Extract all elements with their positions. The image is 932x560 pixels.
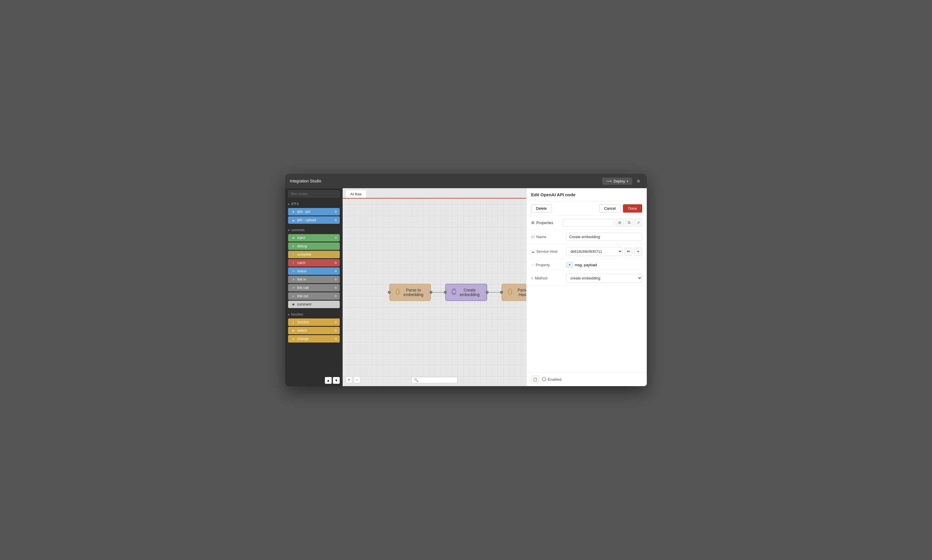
props-export-icon[interactable]: ↗ bbox=[634, 218, 642, 227]
panel-actions: Delete Cancel Done bbox=[526, 202, 647, 216]
add-service-host-button[interactable]: + bbox=[634, 248, 642, 255]
properties-icons: ⚙ ⧉ ↗ bbox=[616, 218, 642, 227]
node-inject[interactable]: ⇄ inject bbox=[288, 234, 340, 242]
chevron-icon: ▾ bbox=[288, 229, 289, 232]
node-change[interactable]: ✕ change bbox=[288, 335, 340, 343]
canvas-search-input[interactable] bbox=[412, 377, 457, 383]
func-node-icon: ƒ bbox=[396, 288, 400, 295]
sidebar-section-header-common[interactable]: ▾ common bbox=[285, 227, 343, 233]
titlebar-actions: ⟶ Deploy ▾ ≡ bbox=[602, 177, 642, 185]
panel-body: ⚙ Properties ⚙ ⧉ ↗ 🏷 bbox=[526, 216, 647, 372]
debug-icon: ≡ bbox=[291, 244, 295, 248]
port-right bbox=[335, 329, 337, 332]
canvas-node-parse-to-hasura[interactable]: ƒ Parse to Hasura bbox=[500, 284, 526, 301]
properties-search-input[interactable] bbox=[563, 219, 614, 227]
port-right bbox=[335, 286, 337, 289]
node-ipfs-upload[interactable]: ☁ ipfs - upload bbox=[288, 216, 340, 224]
port-right bbox=[335, 262, 337, 264]
port-right bbox=[335, 338, 337, 340]
sidebar-section-header-ipfs[interactable]: ▾ IPFS bbox=[285, 201, 343, 207]
property-tag: ▾ bbox=[566, 262, 573, 268]
node-status[interactable]: 〜 status bbox=[288, 268, 340, 275]
menu-icon[interactable]: ≡ bbox=[634, 177, 642, 185]
footer-info-button[interactable]: 📋 bbox=[531, 375, 539, 383]
done-button[interactable]: Done bbox=[623, 204, 642, 212]
properties-search: ⚙ ⧉ ↗ bbox=[563, 218, 642, 227]
node-ipfs-pin[interactable]: ⬆ ipfs - pin bbox=[288, 208, 340, 215]
method-select[interactable]: create embeddingcreate completioncreate … bbox=[566, 274, 642, 283]
complete-icon: ! bbox=[291, 252, 295, 257]
connector-right bbox=[486, 291, 488, 294]
tab-bar: AI flow bbox=[343, 188, 526, 198]
chevron-icon: ▾ bbox=[288, 203, 289, 206]
node-debug[interactable]: ≡ debug bbox=[288, 242, 340, 250]
field-row-method: ≡ Method create embeddingcreate completi… bbox=[526, 271, 647, 286]
port-right bbox=[335, 211, 337, 213]
node-complete[interactable]: ! complete bbox=[288, 251, 340, 258]
deploy-arrow-icon: ▾ bbox=[627, 180, 628, 183]
link-in-icon: ↗ bbox=[291, 277, 295, 282]
enabled-toggle[interactable]: Enabled bbox=[542, 377, 561, 382]
port-right bbox=[335, 278, 337, 281]
flow-nodes: ƒ Parse to embedding ⚙ C bbox=[388, 284, 526, 301]
node-function[interactable]: ƒ function bbox=[288, 318, 340, 326]
port-right bbox=[335, 321, 337, 323]
service-host-row: db618c68cf830711 ✏ + bbox=[566, 247, 642, 256]
delete-button[interactable]: Delete bbox=[531, 204, 552, 212]
node-catch[interactable]: ! catch bbox=[288, 259, 340, 266]
switch-icon: ⇄ bbox=[291, 328, 295, 333]
field-row-name: 🏷 Name bbox=[526, 230, 647, 244]
sidebar-nav-down[interactable]: ▼ bbox=[333, 377, 340, 384]
name-input[interactable] bbox=[566, 233, 642, 241]
inject-icon: ⇄ bbox=[291, 235, 295, 240]
ipfs-pin-icon: ⬆ bbox=[291, 209, 295, 214]
panel-footer: 📋 Enabled bbox=[526, 372, 647, 386]
cloud-icon: ☁ bbox=[531, 249, 535, 254]
function-icon: ƒ bbox=[291, 320, 295, 325]
canvas-node-create-embedding[interactable]: ⚙ Create embedding bbox=[444, 284, 488, 301]
port-right bbox=[335, 270, 337, 272]
sidebar-section-header-function[interactable]: ▾ function bbox=[285, 311, 343, 318]
props-copy-icon[interactable]: ⧉ bbox=[625, 218, 633, 227]
sidebar-section-ipfs: ▾ IPFS ⬆ ipfs - pin ☁ ipfs - upload bbox=[285, 200, 343, 226]
change-icon: ✕ bbox=[291, 337, 295, 341]
node-comment[interactable]: ✱ comment bbox=[288, 301, 340, 308]
properties-header: ⚙ Properties ⚙ ⧉ ↗ bbox=[526, 216, 647, 230]
node-link-out[interactable]: ⊢ link out bbox=[288, 292, 340, 300]
property-value-area: ▾ msg. payload bbox=[566, 262, 642, 268]
canvas-node-box-active[interactable]: ⚙ Create embedding bbox=[445, 284, 487, 301]
canvas[interactable]: ƒ Parse to embedding ⚙ C bbox=[343, 198, 526, 386]
property-icon: ··· bbox=[531, 263, 534, 267]
port-right bbox=[335, 295, 337, 297]
connector-left bbox=[388, 291, 391, 294]
sidebar-section-common: ▾ common ⇄ inject ≡ debug bbox=[285, 226, 343, 310]
node-link-call[interactable]: ↗ link call bbox=[288, 284, 340, 291]
canvas-node-box[interactable]: ƒ Parse to embedding bbox=[389, 284, 431, 301]
deploy-button[interactable]: ⟶ Deploy ▾ bbox=[602, 178, 632, 185]
method-label: ≡ Method bbox=[531, 276, 563, 280]
edit-service-host-button[interactable]: ✏ bbox=[624, 248, 632, 255]
gear-icon: ⚙ bbox=[531, 221, 535, 225]
sidebar-nav-up[interactable]: ▲ bbox=[325, 377, 332, 384]
canvas-node-box-3[interactable]: ƒ Parse to Hasura bbox=[501, 284, 526, 301]
service-host-select[interactable]: db618c68cf830711 bbox=[566, 247, 623, 256]
port-right bbox=[335, 237, 337, 239]
node-link-in[interactable]: ↗ link in bbox=[288, 276, 340, 283]
tab-ai-flow[interactable]: AI flow bbox=[346, 190, 366, 198]
search-input[interactable] bbox=[288, 191, 340, 197]
node-switch[interactable]: ⇄ switch bbox=[288, 327, 340, 334]
zoom-out-button[interactable]: − bbox=[354, 376, 360, 383]
enabled-radio bbox=[542, 377, 546, 381]
name-icon: 🏷 bbox=[531, 235, 535, 239]
comment-icon: ✱ bbox=[291, 302, 295, 307]
sidebar-bottom-nav: ▲ ▼ bbox=[285, 375, 343, 386]
zoom-in-button[interactable]: + bbox=[346, 376, 352, 383]
canvas-zoom-controls: + − bbox=[346, 376, 360, 383]
service-host-label: ☁ Service Host bbox=[531, 249, 563, 254]
canvas-node-parse-to-embedding[interactable]: ƒ Parse to embedding bbox=[388, 284, 432, 301]
port-right bbox=[335, 219, 337, 221]
name-label: 🏷 Name bbox=[531, 235, 563, 239]
cancel-button[interactable]: Cancel bbox=[599, 204, 620, 212]
sidebar: ▾ IPFS ⬆ ipfs - pin ☁ ipfs - upload bbox=[285, 188, 343, 386]
props-settings-icon[interactable]: ⚙ bbox=[616, 218, 624, 227]
